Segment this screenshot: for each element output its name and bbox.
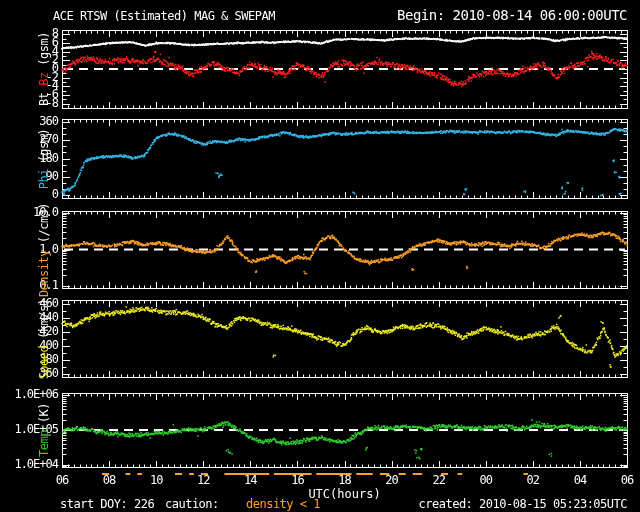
y-axis-title-part: Bz — [37, 66, 51, 86]
y-axis-title-phi: Phi (gsm) — [37, 128, 51, 189]
y-tick-label: 360 — [4, 115, 58, 128]
y-tick-label: 1.0E+06 — [4, 388, 58, 401]
y-axis-title-part: (/cm3) — [37, 202, 51, 242]
x-tick-label: 00 — [470, 473, 502, 487]
y-axis-title-mag: Bt Bz (gsm) — [37, 32, 51, 106]
y-axis-title-part: Speed — [37, 339, 51, 379]
start-doy-text: start DOY: 226 — [60, 497, 154, 511]
y-tick-label: 0 — [4, 188, 58, 201]
y-axis-title-part: Bt — [37, 86, 51, 106]
x-tick-label: 06 — [611, 473, 640, 487]
y-axis-title-part: (gsm) — [37, 32, 51, 66]
x-tick-label: 10 — [140, 473, 172, 487]
x-tick-label: 06 — [46, 473, 78, 487]
y-axis-title-part: (km/s) — [37, 298, 51, 338]
x-tick-label: 18 — [329, 473, 361, 487]
caution-label: caution: — [165, 497, 219, 511]
y-axis-title-part: Density — [37, 243, 51, 297]
y-axis-title-part: Temp — [37, 423, 51, 457]
x-tick-label: 20 — [376, 473, 408, 487]
x-tick-label: 16 — [281, 473, 313, 487]
x-tick-label: 04 — [564, 473, 596, 487]
chart-title: ACE RTSW (Estimated) MAG & SWEPAM — [53, 9, 275, 23]
x-tick-label: 12 — [187, 473, 219, 487]
y-axis-title-part: (gsm) — [37, 128, 51, 162]
begin-timestamp: Begin: 2010-08-14 06:00:00UTC — [397, 7, 627, 23]
caution-value: density < 1 — [246, 497, 320, 511]
x-tick-label: 14 — [234, 473, 266, 487]
solar-wind-plot-canvas — [0, 0, 640, 512]
y-axis-title-part: (K) — [37, 403, 51, 423]
x-tick-label: 22 — [423, 473, 455, 487]
y-tick-label: 1.0E+04 — [4, 458, 58, 471]
y-axis-title-part: Phi — [37, 162, 51, 189]
y-axis-title-speed: Speed (km/s) — [37, 298, 51, 379]
x-tick-label: 08 — [93, 473, 125, 487]
x-tick-label: 02 — [517, 473, 549, 487]
y-axis-title-temp: Temp (K) — [37, 403, 51, 457]
y-axis-title-density: Density (/cm3) — [37, 202, 51, 296]
created-timestamp: created: 2010-08-15 05:23:05UTC — [419, 497, 627, 511]
